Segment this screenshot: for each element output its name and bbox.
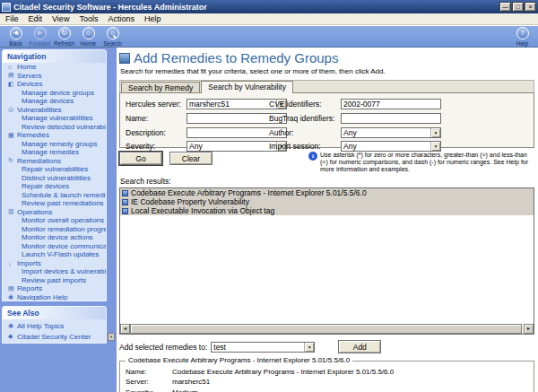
sidebar-nav-item[interactable]: Distinct vulnerabilities [3,174,106,183]
search-result-row[interactable]: IE Codebase Property Vulnerability [120,197,534,206]
sidebar: Navigation ⌂ Home ▤ Servers ◧ Devices Ma… [0,48,117,392]
import-session-select[interactable]: Any ▼ [341,141,441,152]
toolbar-button[interactable]: ◄ Back [4,27,28,47]
remedy-icon [122,190,128,196]
sidebar-nav-item[interactable]: ▤ Reports [3,284,106,293]
bugtraq-field[interactable] [341,113,441,124]
sidebar-nav-item[interactable]: Monitor device communications [3,242,106,251]
search-icon: ○ [110,30,115,37]
menu-item[interactable]: Edit [29,14,43,23]
author-label: Author: [269,128,341,137]
search-result-row[interactable]: Local Executable Invocation via Object t… [120,206,534,215]
back-icon: ◄ [13,30,20,37]
sidebar-nav-item[interactable]: Manage device groups [3,89,106,98]
description-label: Description: [126,128,187,137]
vulnerabilities-icon: ◎ [8,106,17,113]
help-button[interactable]: ? Help [510,27,534,47]
chevron-down-icon[interactable]: ▼ [430,142,440,151]
scrollbar-thumb[interactable] [130,324,522,334]
hercules-server-label: Hercules server: [126,100,187,109]
remedy-icon [122,199,128,205]
menu-bar: File Edit View Tools Actions Help [0,13,538,25]
tab[interactable]: Search by Vulnerability [201,81,293,93]
sidebar-nav-item[interactable]: Review past remediations [3,199,106,208]
sidebar-nav-item[interactable]: Monitor device actions [3,233,106,242]
page-subtitle: Search for remedies that fit your criter… [120,67,534,75]
toolbar-button[interactable]: ⌂ Home [76,27,100,47]
sidebar-nav-item[interactable]: Manage vulnerabilities [3,114,106,123]
remedy-group-select[interactable]: test ▼ [211,342,315,353]
sidebar-nav-item[interactable]: ▥ Operations [3,208,106,217]
sidebar-nav-item[interactable]: Manage remedies [3,148,106,157]
help-icon: ? [520,30,524,37]
maximize-button[interactable]: □ [512,2,524,12]
name-label: Name: [126,114,187,123]
app-icon [2,3,11,12]
see-also-panel-header: See Also [3,307,106,319]
sidebar-nav-item[interactable]: ▦ Remedies [3,131,106,140]
chevron-down-icon[interactable]: ▼ [430,128,440,137]
sidebar-nav-item[interactable]: ↓ Imports [3,259,106,268]
menu-item[interactable]: View [52,14,69,23]
toolbar-button[interactable]: ○ Search [100,27,125,47]
window-title: Citadel Security Software - Hercules Adm… [13,3,499,12]
sidebar-nav-item[interactable]: Launch V-Flash updates [3,250,106,259]
see-also-panel: See Also ◉ All Help Topics ◆ Citadel Sec… [2,306,107,344]
operations-icon: ▥ [8,208,17,215]
menu-item[interactable]: File [5,14,19,23]
nav-home-icon: ⌂ [8,64,17,70]
menu-item[interactable]: Help [144,14,161,23]
sidebar-nav-item[interactable]: Manage remedy groups [3,140,106,149]
sidebar-nav-item[interactable]: Import devices & vulnerabilities [3,267,106,276]
cve-field[interactable] [341,99,441,109]
search-result-row[interactable]: Codebase Execute Arbitrary Programs - In… [120,188,534,197]
sidebar-nav-item[interactable]: Repair vulnerabilities [3,165,106,174]
scroll-right-button[interactable]: ► [524,324,534,334]
tab[interactable]: Search by Remedy [121,82,200,92]
info-icon: i [308,152,317,161]
navigation-panel: Navigation ⌂ Home ▤ Servers ◧ Devices Ma… [2,49,107,301]
sidebar-nav-item[interactable]: Repair devices [3,182,106,191]
bugtraq-label: BugTraq identifiers: [269,114,341,123]
minimize-button[interactable]: — [499,2,511,12]
servers-icon: ▤ [8,72,17,79]
sidebar-nav-item[interactable]: Review past imports [3,276,106,285]
menu-item[interactable]: Tools [79,14,98,23]
help-topics-icon: ◉ [8,322,17,329]
sidebar-nav-item[interactable]: ◧ Devices [3,80,106,89]
chevron-down-icon[interactable]: ▼ [304,343,314,352]
toolbar-button[interactable]: ↻ Refresh [52,27,76,47]
sidebar-nav-item[interactable]: Schedule & launch remediations [3,191,106,200]
toolbar: ◄ Back ► Forward ↻ Refresh ⌂ Home ○ Sear… [0,26,538,48]
menu-item[interactable]: Actions [108,14,134,23]
horizontal-scrollbar[interactable]: ◄ ► [120,324,534,334]
detail-row: Server: marsherc51 [126,378,530,386]
go-button[interactable]: Go [119,152,162,165]
remedy-details-legend: Codebase Execute Arbitrary Programs - In… [126,356,352,364]
toolbar-button[interactable]: ► Forward [28,27,52,47]
close-button[interactable]: × [525,2,536,12]
sidebar-nav-item[interactable]: Monitor remediation progress [3,225,106,234]
sidebar-nav-item[interactable]: ◎ Vulnerabilities [3,106,106,115]
sidebar-nav-item[interactable]: ↻ Remediations [3,157,106,166]
title-bar: Citadel Security Software - Hercules Adm… [0,0,538,13]
refresh-icon: ↻ [61,30,67,37]
remedies-icon: ▦ [8,132,17,139]
page-title: Add Remedies to Remedy Groups [134,50,338,65]
scroll-left-button[interactable]: ◄ [120,324,130,334]
sidebar-nav-item[interactable]: Review detected vulnerabilities [3,123,106,132]
remediations-icon: ↻ [8,157,17,164]
sidebar-nav-item[interactable]: ⌂ Home [3,63,106,72]
sidebar-nav-item[interactable]: Manage devices [3,97,106,106]
see-also-item[interactable]: ◉ All Help Topics [3,321,106,330]
author-select[interactable]: Any ▼ [341,127,441,138]
search-results-label: Search results: [120,177,534,186]
sidebar-nav-item[interactable]: ◉ Navigation Help [3,293,106,302]
sidebar-nav-item[interactable]: Monitor overall operations [3,216,106,225]
clear-button[interactable]: Clear [169,152,213,165]
sidebar-nav-item[interactable]: ▤ Servers [3,72,106,81]
add-button[interactable]: Add [338,340,381,353]
scroll-down-button[interactable]: ▼ [108,333,115,341]
add-remedies-label: Add selected remedies to: [119,343,207,352]
see-also-item[interactable]: ◆ Citadel Security Center [3,332,106,341]
